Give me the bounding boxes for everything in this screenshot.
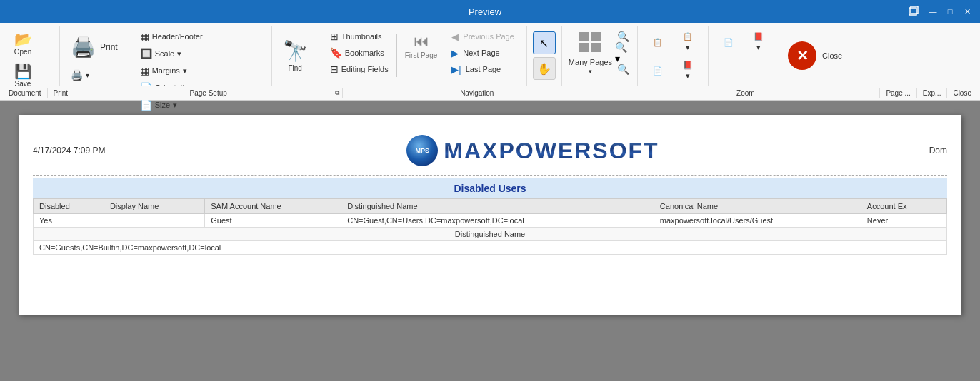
page-opt3-icon: 📄	[653, 66, 663, 76]
minimize-button[interactable]: —	[926, 4, 940, 19]
bookmarks-icon: 🔖	[330, 47, 342, 59]
margins-button[interactable]: ▦ Margins ▾	[135, 63, 192, 78]
hand-icon: ✋	[537, 62, 551, 76]
cell-sam-account: Guest	[205, 214, 341, 228]
window-controls: — □ ✕	[907, 4, 974, 19]
sub-data-row: CN=Guests,CN=Builtin,DC=maxpowersoft,DC=…	[34, 241, 947, 255]
print-group: 🖨️ Print 🖨️ ▾	[60, 26, 129, 86]
cell-disabled: Yes	[34, 214, 104, 228]
navigation-group: ⊞ Thumbnails 🔖 Bookmarks ⊟ Editing Field…	[319, 26, 527, 86]
cell-distinguished-name: CN=Guest,CN=Users,DC=maxpowersoft,DC=loc…	[341, 214, 654, 228]
ribbon-labels-bar: Document Print Page Setup ⧉ Navigation Z…	[0, 86, 980, 100]
zoom-out-button[interactable]: 🔍	[614, 61, 631, 77]
ribbon-toolbar: 📂 Open 💾 Save 🖨️ Print 🖨️ ▾	[0, 23, 980, 86]
print-button[interactable]: 🖨️ Print	[66, 29, 123, 66]
open-icon: 📂	[14, 32, 32, 46]
content-area: 4/17/2024 7:09 PM MPS MAXPOWERSOFT Dom D…	[0, 101, 980, 381]
page-opt2-icon: 📋	[683, 32, 693, 41]
page-nav-group: ◀ Previous Page ▶ Next Page ▶| Last Page	[445, 29, 521, 77]
print-small-icon: 🖨️	[71, 69, 83, 81]
col-display-name: Display Name	[104, 199, 204, 214]
page-option4-button[interactable]: 📕 ▾	[674, 57, 702, 84]
window-title: Preview	[63, 6, 907, 17]
previous-page-button[interactable]: ◀ Previous Page	[445, 29, 521, 44]
navigation-label: Navigation	[343, 88, 611, 98]
sub-data-cell: CN=Guests,CN=Builtin,DC=maxpowersoft,DC=…	[34, 241, 947, 255]
col-disabled: Disabled	[34, 199, 104, 214]
page-setup-expand-icon[interactable]: ⧉	[335, 89, 339, 97]
export-opt1-button[interactable]: 📄	[714, 29, 743, 56]
sub-header-row: Distinguished Name	[34, 228, 947, 241]
page-header: 4/17/2024 7:09 PM MPS MAXPOWERSOFT Dom	[33, 129, 947, 172]
first-page-icon: ⏮	[414, 32, 429, 51]
zoom-controls: 🔍 🔍▾ 🔍	[614, 29, 631, 77]
binoculars-icon: 🔭	[283, 39, 308, 63]
close-titlebar-button[interactable]: ✕	[960, 4, 974, 19]
scale-icon: 🔲	[140, 48, 152, 59]
nav-thumbnails-col: ⊞ Thumbnails 🔖 Bookmarks ⊟ Editing Field…	[325, 29, 394, 77]
sub-header-cell: Distinguished Name	[34, 228, 947, 241]
close-label-bar: Close	[947, 88, 977, 98]
find-group: 🔭 Find	[272, 26, 319, 86]
cursor-tool-button[interactable]: ↖	[533, 31, 556, 54]
page-setup-label: Page Setup ⧉	[74, 88, 343, 98]
last-page-icon: ▶|	[451, 64, 461, 75]
thumbnails-icon: ⊞	[330, 31, 339, 42]
zoom-label: Zoom	[611, 88, 880, 98]
many-pages-button[interactable]: Many Pages ▾	[568, 57, 613, 76]
document-group: 📂 Open 💾 Save	[3, 26, 60, 86]
col-canonical-name: Canonical Name	[654, 199, 861, 214]
maximize-button[interactable]: □	[943, 4, 957, 19]
report-title: Disabled Users	[33, 178, 947, 198]
nav-separator	[396, 34, 397, 77]
editing-fields-icon: ⊟	[330, 64, 339, 75]
editing-fields-button[interactable]: ⊟ Editing Fields	[325, 61, 394, 77]
header-footer-icon: ▦	[140, 31, 149, 42]
title-bar: Preview — □ ✕	[0, 0, 980, 23]
thumbnails-button[interactable]: ⊞ Thumbnails	[325, 29, 394, 44]
page-date: 4/17/2024 7:09 PM	[33, 146, 161, 156]
cell-display-name	[104, 214, 204, 228]
document-label: Document	[3, 88, 48, 98]
page-right-text: Dom	[904, 146, 947, 156]
page-option1-button[interactable]: 📋	[644, 29, 672, 56]
export-opt1-icon: 📄	[724, 38, 734, 47]
col-distinguished-name: Distinguished Name	[341, 199, 654, 214]
print-label: Print	[48, 88, 75, 98]
pdf-export-icon: 📕	[683, 61, 693, 70]
save-icon: 💾	[14, 64, 32, 78]
next-page-button[interactable]: ▶ Next Page	[445, 45, 521, 61]
table-header-row: Disabled Display Name SAM Account Name D…	[34, 199, 947, 214]
page-option3-button[interactable]: 📄	[644, 57, 672, 84]
cell-canonical-name: maxpowersoft.local/Users/Guest	[654, 214, 861, 228]
logo-icon: MPS	[406, 135, 438, 166]
page-preview: 4/17/2024 7:09 PM MPS MAXPOWERSOFT Dom D…	[19, 115, 961, 315]
page-exp-label: Page ...	[880, 88, 916, 98]
export-opt2-button[interactable]: 📕 ▾	[744, 29, 773, 56]
last-page-button[interactable]: ▶| Last Page	[445, 61, 521, 77]
page-option2-button[interactable]: 📋 ▾	[674, 29, 702, 56]
scale-button[interactable]: 🔲 Scale ▾	[135, 46, 187, 61]
close-button[interactable]: ✕	[788, 41, 816, 70]
page-logo-area: MPS MAXPOWERSOFT	[161, 135, 904, 166]
pages-grid-button[interactable]	[575, 29, 605, 56]
find-button[interactable]: 🔭 Find	[278, 36, 313, 76]
print-icon: 🖨️	[71, 37, 96, 57]
header-divider	[33, 175, 947, 176]
data-table: Disabled Display Name SAM Account Name D…	[33, 198, 947, 255]
export-opt2-icon: 📕	[754, 32, 764, 41]
restore-icon	[907, 4, 920, 17]
open-button[interactable]: 📂 Open	[9, 29, 37, 59]
logo-text: MAXPOWERSOFT	[444, 138, 659, 164]
close-group: ✕ Close	[779, 26, 848, 86]
zoom-in-icon: 🔍	[617, 31, 629, 42]
size-icon: 📄	[140, 99, 152, 111]
hand-tool-button[interactable]: ✋	[533, 57, 556, 80]
bookmarks-button[interactable]: 🔖 Bookmarks	[325, 45, 394, 61]
margins-icon: ▦	[140, 65, 149, 76]
export-label: Exp...	[917, 88, 948, 98]
zoom-dropdown-button[interactable]: 🔍▾	[614, 45, 631, 61]
header-footer-button[interactable]: ▦ Header/Footer	[135, 29, 208, 44]
print-options-button[interactable]: 🖨️ ▾	[66, 67, 123, 83]
first-page-button[interactable]: ⏮ First Page	[400, 29, 443, 63]
